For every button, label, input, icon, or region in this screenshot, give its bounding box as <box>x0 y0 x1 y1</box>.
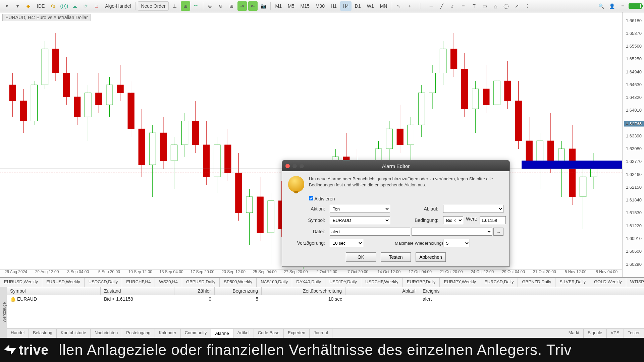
hline-icon[interactable]: ─ <box>426 1 436 11</box>
cloud-icon[interactable]: ☁ <box>70 1 79 11</box>
cancel-button[interactable]: Abbrechen <box>416 252 446 262</box>
chart-tab[interactable]: USDCAD,Daily <box>85 278 122 287</box>
chart-tab[interactable]: USDCHF,Weekly <box>361 278 403 287</box>
new-doc-icon[interactable]: ▾ <box>2 1 11 11</box>
timeframe-W1[interactable]: W1 <box>364 1 377 11</box>
panel-tab-artikel[interactable]: Artikel <box>233 329 254 338</box>
chart-tab[interactable]: GBPNZD,Daily <box>518 278 555 287</box>
chart-tab[interactable]: EURJPY,Weekly <box>440 278 480 287</box>
panel-tab-signale[interactable]: Signale <box>584 329 606 338</box>
timeframe-M5[interactable]: M5 <box>285 1 297 11</box>
timeframe-H4[interactable]: H4 <box>340 1 352 11</box>
chart-type-icon[interactable]: ⊥ <box>170 1 179 11</box>
aktion-select[interactable]: Ton <box>330 205 390 213</box>
datei-input[interactable] <box>330 228 410 236</box>
close-icon[interactable] <box>285 164 290 168</box>
panel-tab-code base[interactable]: Code Base <box>254 329 284 338</box>
new-order-button[interactable]: Neue Order <box>138 1 168 11</box>
chart-tab[interactable]: EURUSD,Weekly <box>0 278 42 287</box>
folder-icon[interactable]: ▾ <box>13 1 22 11</box>
panel-tab-experten[interactable]: Experten <box>284 329 310 338</box>
save-icon[interactable]: ◆ <box>23 1 33 11</box>
panel-tab-tester[interactable]: Tester <box>624 329 644 338</box>
panel-tab-handel[interactable]: Handel <box>7 329 29 338</box>
test-button[interactable]: Testen <box>381 252 411 262</box>
chart-tab[interactable]: NAS100,Daily <box>257 278 292 287</box>
bedingung-select[interactable]: Bid < <box>443 216 463 224</box>
panel-tab-community[interactable]: Community <box>181 329 211 338</box>
chart-tab[interactable]: WS30,H4 <box>155 278 182 287</box>
timeframe-H1[interactable]: H1 <box>328 1 339 11</box>
panel-tab-alarme[interactable]: Alarme <box>211 329 233 338</box>
chart-tab[interactable]: USDJPY,Daily <box>325 278 361 287</box>
zoom-out-icon[interactable]: ⊖ <box>216 1 225 11</box>
chart-tab[interactable]: DAX40,Daily <box>292 278 325 287</box>
objects-icon[interactable]: ⋮ <box>523 1 532 11</box>
grid-icon[interactable]: ⊞ <box>227 1 236 11</box>
alert-row[interactable]: 🔔 EURAUD Bid < 1.61158 0 5 10 sec alert <box>7 295 644 303</box>
stop-icon[interactable]: □ <box>92 1 101 11</box>
panel-tab-kontohistorie[interactable]: Kontohistorie <box>57 329 91 338</box>
chart-tab[interactable]: EURCHF,H4 <box>122 278 155 287</box>
activate-checkbox[interactable]: Aktivieren <box>309 196 335 201</box>
line-icon[interactable]: 〜 <box>192 1 201 11</box>
crosshair-icon[interactable]: + <box>405 1 414 11</box>
chart-tab[interactable]: SILVER,Daily <box>555 278 590 287</box>
zoom-in-icon[interactable]: ⊕ <box>205 1 215 11</box>
account-icon[interactable]: 👤 <box>607 1 616 11</box>
rect-icon[interactable]: ▭ <box>480 1 489 11</box>
timeframe-M30[interactable]: M30 <box>313 1 327 11</box>
search-icon[interactable]: 🔍 <box>596 1 606 11</box>
market-icon[interactable]: 🛍 <box>49 1 58 11</box>
timeframe-MN[interactable]: MN <box>377 1 390 11</box>
vline-icon[interactable]: │ <box>416 1 425 11</box>
algo-trading-button[interactable]: Algo-Handel <box>102 1 133 11</box>
candles-icon[interactable]: ⊞ <box>181 1 190 11</box>
timeframe-D1[interactable]: D1 <box>352 1 364 11</box>
connection-icon[interactable]: ≡ <box>618 1 627 11</box>
cursor-icon[interactable]: ↖ <box>394 1 404 11</box>
verzogerung-select[interactable]: 10 sec <box>330 239 363 247</box>
chart-tab[interactable]: GBPUSD,Daily <box>182 278 220 287</box>
chart-tab[interactable]: SP500,Weekly <box>220 278 257 287</box>
ellipse-icon[interactable]: ◯ <box>501 1 511 11</box>
chart-tab[interactable]: EURUSD,Weekly <box>42 278 85 287</box>
refresh-icon[interactable]: ⟳ <box>81 1 90 11</box>
datei-browse-button[interactable]: ... <box>493 228 503 236</box>
panel-tab-nachrichten[interactable]: Nachrichten <box>91 329 122 338</box>
panel-tab-journal[interactable]: Journal <box>310 329 332 338</box>
wert-input[interactable] <box>480 216 506 224</box>
signal-icon[interactable]: ((•)) <box>59 1 69 11</box>
panel-tab-belastung[interactable]: Belastung <box>29 329 57 338</box>
maxwdh-select[interactable]: 5 <box>443 239 470 247</box>
timeframe-M15[interactable]: M15 <box>298 1 312 11</box>
svg-rect-17 <box>96 93 102 105</box>
autoscroll-icon[interactable]: ⇥ <box>237 1 247 11</box>
timeframe-M1[interactable]: M1 <box>273 1 284 11</box>
panel-tab-posteingang[interactable]: Posteingang <box>122 329 155 338</box>
trendline-icon[interactable]: ╱ <box>437 1 446 11</box>
panel-tab-markt[interactable]: Markt <box>565 329 584 338</box>
minimize-icon[interactable] <box>292 164 297 168</box>
shift-icon[interactable]: ⇤ <box>248 1 258 11</box>
channel-icon[interactable]: ⫽ <box>448 1 457 11</box>
datei-dropdown[interactable] <box>412 228 492 236</box>
chart-tab[interactable]: WTISPOT,Daily <box>626 278 644 287</box>
svg-rect-7 <box>42 49 48 85</box>
symbol-select[interactable]: EURAUD <box>330 216 390 224</box>
panel-tab-vps[interactable]: VPS <box>607 329 624 338</box>
text-icon[interactable]: T <box>469 1 479 11</box>
chart-tab[interactable]: GOLD,Weekly <box>590 278 626 287</box>
fibo-icon[interactable]: ≡ <box>459 1 468 11</box>
camera-icon[interactable]: 📷 <box>259 1 268 11</box>
chart-tab[interactable]: EURCAD,Daily <box>480 278 518 287</box>
ablauf-select[interactable] <box>443 205 503 213</box>
maximize-icon[interactable] <box>300 164 304 168</box>
triangle-icon[interactable]: △ <box>491 1 500 11</box>
ide-button[interactable]: IDE <box>34 1 47 11</box>
chart-tab[interactable]: EURGBP,Daily <box>403 278 440 287</box>
dialog-titlebar[interactable]: Alarm Editor <box>282 161 509 171</box>
ok-button[interactable]: OK <box>346 252 376 262</box>
arrow-icon[interactable]: ↗ <box>512 1 522 11</box>
panel-tab-kalender[interactable]: Kalender <box>155 329 181 338</box>
